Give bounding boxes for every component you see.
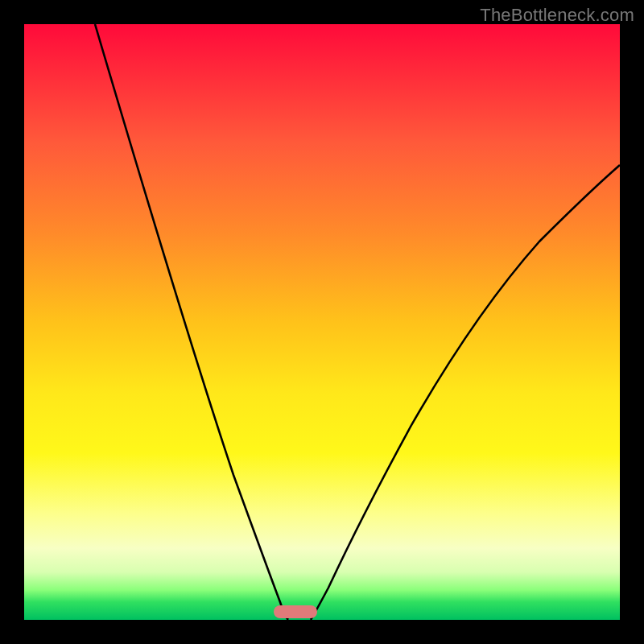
left-curve [95,24,288,620]
chart-frame: TheBottleneck.com [0,0,644,644]
right-curve [311,165,620,620]
watermark-text: TheBottleneck.com [480,5,634,26]
plot-area [24,24,620,620]
optimal-marker [274,605,317,618]
curve-layer [24,24,620,620]
